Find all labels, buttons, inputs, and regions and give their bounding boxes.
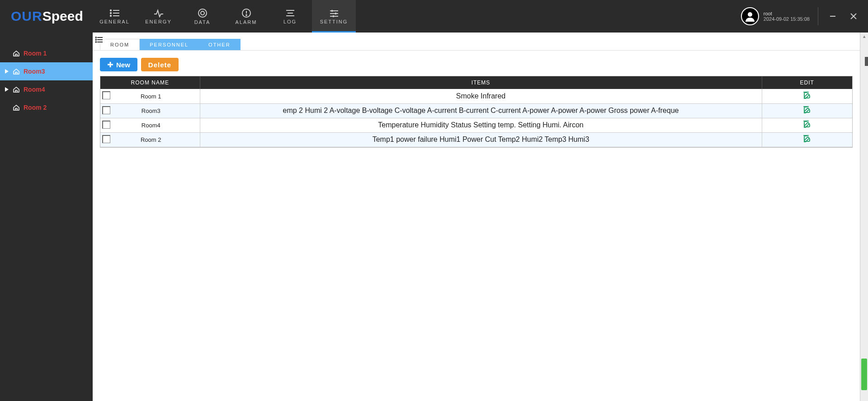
svg-point-6 bbox=[198, 9, 207, 17]
app-logo: OURSpeed bbox=[0, 0, 93, 33]
sidebar-item-label: Room 2 bbox=[24, 104, 47, 111]
sidebar-item-room1[interactable]: Room 1 bbox=[0, 44, 93, 62]
nav-log[interactable]: LOG bbox=[268, 0, 312, 33]
home-icon bbox=[13, 50, 20, 57]
nav-energy-label: ENERGY bbox=[145, 19, 171, 24]
tab-personnel-label: PERSONNEL bbox=[150, 42, 189, 47]
cell-roomname: Room3 bbox=[100, 103, 200, 118]
home-icon bbox=[13, 86, 20, 93]
cell-items: emp 2 Humi 2 A-voltage B-voltage C-volta… bbox=[200, 103, 762, 118]
svg-point-3 bbox=[110, 9, 111, 10]
edit-button[interactable] bbox=[803, 106, 811, 114]
sidebar-item-room4[interactable]: Room4 bbox=[0, 80, 93, 98]
tab-other-label: OTHER bbox=[208, 42, 231, 47]
table-wrap: ROOM NAME ITEMS EDIT Room 1Smoke Infrare… bbox=[100, 76, 853, 148]
user-block[interactable]: root 2024-09-02 15:35:08 bbox=[741, 7, 810, 25]
nav-log-label: LOG bbox=[283, 19, 297, 24]
svg-point-10 bbox=[246, 14, 247, 15]
row-checkbox[interactable] bbox=[102, 135, 110, 143]
sidebar-item-label: Room4 bbox=[24, 86, 45, 93]
nav-data[interactable]: DATA bbox=[180, 0, 224, 33]
main-nav: GENERAL ENERGY DATA ALARM LOG SETTING bbox=[93, 0, 356, 33]
user-info: root 2024-09-02 15:35:08 bbox=[764, 11, 810, 22]
nav-energy[interactable]: ENERGY bbox=[137, 0, 180, 33]
edit-icon bbox=[803, 91, 811, 99]
tab-room[interactable]: ROOM bbox=[100, 39, 140, 50]
main-area: Room 1 Room3 Room4 Room 2 ROOM PERSONNEL bbox=[0, 33, 868, 401]
row-checkbox[interactable] bbox=[102, 106, 110, 114]
user-timestamp: 2024-09-02 15:35:08 bbox=[764, 16, 810, 22]
close-icon bbox=[850, 13, 857, 20]
minimize-button[interactable] bbox=[826, 10, 839, 23]
avatar bbox=[741, 7, 759, 25]
scroll-up-icon[interactable]: ▴ bbox=[860, 33, 868, 39]
pulse-icon bbox=[153, 9, 164, 18]
row-checkbox[interactable] bbox=[102, 91, 110, 99]
edit-icon bbox=[803, 120, 811, 128]
nav-setting[interactable]: SETTING bbox=[312, 0, 356, 33]
header-bar: OURSpeed GENERAL ENERGY DATA ALARM LOG S… bbox=[0, 0, 868, 33]
plus-icon bbox=[107, 61, 113, 68]
sidebar: Room 1 Room3 Room4 Room 2 bbox=[0, 33, 93, 401]
home-icon bbox=[13, 104, 20, 111]
cell-edit bbox=[762, 118, 852, 132]
cell-roomname: Room 1 bbox=[100, 89, 200, 103]
svg-point-20 bbox=[748, 12, 752, 17]
edit-icon bbox=[803, 135, 811, 143]
user-icon bbox=[744, 10, 756, 22]
svg-rect-17 bbox=[331, 10, 333, 12]
side-handle-icon[interactable]: ⋮ bbox=[865, 57, 868, 66]
roomname-text: Room4 bbox=[142, 122, 160, 129]
table-row: Room3emp 2 Humi 2 A-voltage B-voltage C-… bbox=[100, 103, 852, 118]
close-button[interactable] bbox=[847, 10, 860, 23]
content-area: ROOM PERSONNEL OTHER New Delete bbox=[93, 33, 860, 401]
cell-items: Smoke Infrared bbox=[200, 89, 762, 103]
scroll-thumb[interactable] bbox=[861, 359, 867, 390]
header-right: root 2024-09-02 15:35:08 bbox=[741, 0, 868, 33]
row-checkbox[interactable] bbox=[102, 121, 110, 129]
nav-general-label: GENERAL bbox=[99, 19, 130, 24]
tab-personnel[interactable]: PERSONNEL bbox=[140, 39, 198, 50]
svg-marker-30 bbox=[5, 69, 9, 74]
nav-general[interactable]: GENERAL bbox=[93, 0, 137, 33]
menu-icon bbox=[95, 37, 103, 43]
home-icon bbox=[13, 68, 20, 75]
svg-rect-19 bbox=[333, 15, 334, 17]
minimize-icon bbox=[829, 13, 836, 20]
sliders-icon bbox=[329, 9, 339, 18]
sidebar-list: Room 1 Room3 Room4 Room 2 bbox=[0, 33, 93, 117]
target-icon bbox=[198, 8, 208, 18]
cell-roomname: Room4 bbox=[100, 118, 200, 132]
svg-rect-18 bbox=[335, 13, 336, 14]
th-roomname: ROOM NAME bbox=[100, 76, 200, 89]
sidebar-item-room2[interactable]: Room 2 bbox=[0, 98, 93, 117]
roomname-text: Room 1 bbox=[141, 93, 161, 100]
logo-part1: OUR bbox=[11, 9, 42, 24]
tab-other[interactable]: OTHER bbox=[198, 39, 241, 50]
tab-bar: ROOM PERSONNEL OTHER bbox=[93, 39, 860, 51]
action-bar: New Delete bbox=[93, 51, 860, 76]
cell-edit bbox=[762, 103, 852, 118]
caret-icon bbox=[5, 69, 9, 74]
cell-items: Temperature Humidity Status Setting temp… bbox=[200, 118, 762, 132]
separator bbox=[818, 7, 818, 25]
nav-alarm[interactable]: ALARM bbox=[224, 0, 268, 33]
nav-alarm-label: ALARM bbox=[236, 19, 257, 25]
edit-icon bbox=[803, 106, 811, 114]
svg-point-28 bbox=[95, 39, 96, 40]
new-button[interactable]: New bbox=[100, 58, 137, 71]
edit-button[interactable] bbox=[803, 135, 811, 143]
sidebar-item-label: Room 1 bbox=[24, 50, 47, 57]
cell-edit bbox=[762, 89, 852, 103]
table-row: Room4Temperature Humidity Status Setting… bbox=[100, 118, 852, 132]
sidebar-toggle[interactable] bbox=[93, 35, 105, 44]
delete-button[interactable]: Delete bbox=[141, 58, 179, 71]
edit-button[interactable] bbox=[803, 91, 811, 99]
sidebar-item-room3[interactable]: Room3 bbox=[0, 62, 93, 80]
cell-edit bbox=[762, 132, 852, 147]
user-name: root bbox=[764, 11, 810, 16]
right-scrollbar[interactable]: ▴ ⋮ bbox=[860, 33, 868, 401]
svg-point-7 bbox=[201, 11, 204, 15]
th-items: ITEMS bbox=[200, 76, 762, 89]
edit-button[interactable] bbox=[803, 120, 811, 128]
